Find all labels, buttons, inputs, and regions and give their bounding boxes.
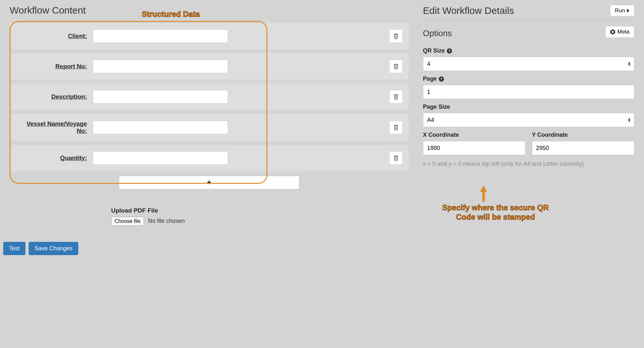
qr-size-label: QR Size bbox=[423, 47, 445, 54]
meta-button-label: Meta bbox=[617, 29, 630, 35]
trash-icon bbox=[393, 33, 399, 39]
upload-section: Upload PDF File Choose file No file chos… bbox=[111, 207, 409, 226]
field-label: Quantity: bbox=[15, 154, 90, 162]
trash-icon bbox=[393, 155, 399, 161]
delete-field-button[interactable] bbox=[389, 90, 403, 104]
trash-icon bbox=[393, 124, 399, 131]
qr-size-select[interactable]: 4 bbox=[423, 57, 634, 71]
field-row-client: Client: bbox=[10, 23, 409, 49]
trash-icon bbox=[393, 63, 399, 70]
page-size-label: Page Size bbox=[423, 104, 450, 110]
field-label: Report No: bbox=[15, 63, 90, 70]
qr-position-annotation: Specify where the secure QR Code will be… bbox=[437, 203, 553, 222]
delete-field-button[interactable] bbox=[389, 121, 403, 134]
run-button-label: Run bbox=[615, 7, 625, 14]
options-heading: Options bbox=[423, 28, 452, 38]
field-row-quantity: Quantity: bbox=[10, 145, 409, 171]
trash-icon bbox=[393, 94, 399, 100]
coordinate-hint-text: x = 0 and y = 0 means top left (only for… bbox=[423, 160, 634, 168]
caret-right-icon bbox=[627, 9, 630, 13]
y-coordinate-input[interactable] bbox=[532, 141, 634, 155]
y-coordinate-label: Y Coordinate bbox=[532, 132, 568, 138]
help-icon[interactable]: ? bbox=[447, 48, 452, 54]
svg-text:?: ? bbox=[448, 49, 451, 53]
field-input-quantity[interactable] bbox=[93, 151, 228, 165]
help-icon[interactable]: ? bbox=[439, 76, 444, 82]
save-changes-button[interactable]: Save Changes bbox=[29, 242, 78, 255]
field-label: Description: bbox=[15, 93, 90, 100]
field-row-vessel: Vessel Name/Voyage No: bbox=[10, 114, 409, 141]
delete-field-button[interactable] bbox=[389, 60, 403, 73]
workflow-content-title: Workflow Content bbox=[10, 5, 409, 16]
test-button[interactable]: Test bbox=[3, 242, 25, 255]
field-input-vessel[interactable] bbox=[93, 121, 228, 134]
meta-button[interactable]: Meta bbox=[605, 26, 634, 38]
page-input[interactable] bbox=[423, 85, 634, 99]
no-file-chosen-text: No file chosen bbox=[148, 218, 185, 224]
field-input-report-no[interactable] bbox=[93, 60, 228, 73]
x-coordinate-label: X Coordinate bbox=[423, 132, 459, 138]
delete-field-button[interactable] bbox=[389, 151, 403, 165]
fields-list: Client: Report No: bbox=[10, 23, 409, 171]
upload-pdf-label: Upload PDF File bbox=[111, 207, 409, 214]
field-row-report-no: Report No: bbox=[10, 53, 409, 80]
delete-field-button[interactable] bbox=[389, 29, 403, 43]
x-coordinate-input[interactable] bbox=[423, 141, 525, 155]
choose-file-button[interactable]: Choose file bbox=[111, 217, 144, 226]
page-size-select[interactable]: A4 bbox=[423, 113, 634, 127]
annotation-arrow-icon bbox=[479, 185, 488, 202]
add-field-button[interactable]: + bbox=[119, 176, 299, 189]
run-button[interactable]: Run bbox=[610, 5, 634, 16]
field-label: Vessel Name/Voyage No: bbox=[15, 120, 90, 134]
gear-icon bbox=[610, 29, 615, 35]
field-input-client[interactable] bbox=[93, 29, 228, 43]
edit-workflow-details-title: Edit Workflow Details bbox=[423, 5, 514, 16]
field-label: Client: bbox=[15, 33, 90, 40]
field-row-description: Description: bbox=[10, 84, 409, 110]
field-input-description[interactable] bbox=[93, 90, 228, 104]
svg-text:?: ? bbox=[440, 77, 443, 81]
page-label: Page bbox=[423, 75, 437, 82]
